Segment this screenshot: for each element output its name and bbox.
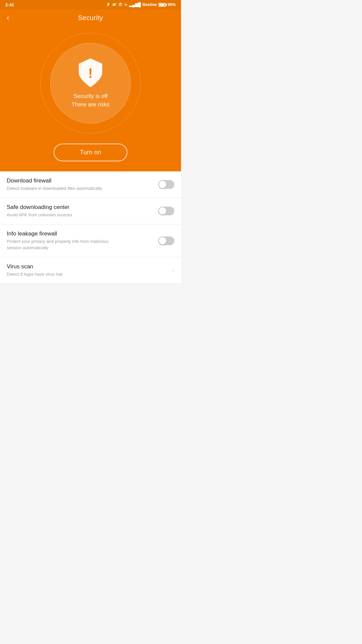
status-icons: ✗ 🔔̸ ⏱ ∿ ▂▄▆█ Beeline 96% (107, 2, 176, 7)
status-bar: 2:41 ✗ 🔔̸ ⏱ ∿ ▂▄▆█ Beeline 96% (0, 0, 181, 9)
svg-text:!: ! (88, 66, 93, 80)
header-section: ‹ Security ! Security is off There are r… (0, 9, 181, 171)
setting-desc-safe-downloading: Avoid APK from unknown sources (7, 212, 121, 218)
setting-virus-scan[interactable]: Virus scan Detect if Apps have virus ris… (0, 257, 181, 284)
bluetooth-icon: ✗ (107, 2, 110, 7)
turn-on-button[interactable]: Turn on (54, 144, 127, 161)
setting-info-leakage: Info leakage firewall Protect your priva… (0, 224, 181, 257)
setting-desc-virus-scan: Detect if Apps have virus risk (7, 271, 121, 277)
setting-desc-download-firewall: Detect malware in downloaded files autom… (7, 185, 121, 192)
wifi-icon: ∿ (124, 2, 127, 7)
inner-ring: ! Security is off There are risks (50, 43, 131, 123)
setting-desc-info-leakage: Protect your privacy and property info f… (7, 238, 121, 251)
battery-icon (159, 3, 166, 7)
shield-container: ! Security is off There are risks (0, 26, 181, 144)
status-time: 2:41 (5, 2, 14, 7)
setting-title-safe-downloading: Safe downloading center (7, 204, 158, 211)
setting-safe-downloading: Safe downloading center Avoid APK from u… (0, 198, 181, 224)
top-bar: ‹ Security (0, 9, 181, 26)
setting-download-firewall: Download firewall Detect malware in down… (0, 171, 181, 198)
carrier-name: Beeline (142, 2, 157, 7)
shield-status: Security is off There are risks (71, 92, 109, 109)
chevron-right-icon: › (172, 267, 174, 274)
signal-icon: ▂▄▆█ (129, 2, 141, 7)
alarm-icon: ⏱ (118, 2, 122, 7)
toggle-safe-downloading[interactable] (158, 207, 174, 215)
back-button[interactable]: ‹ (7, 13, 19, 22)
toggle-download-firewall[interactable] (158, 180, 174, 189)
setting-title-info-leakage: Info leakage firewall (7, 230, 158, 237)
setting-title-virus-scan: Virus scan (7, 263, 172, 270)
setting-title-download-firewall: Download firewall (7, 177, 158, 184)
settings-list: Download firewall Detect malware in down… (0, 171, 181, 284)
page-title: Security (78, 14, 103, 22)
shield-warning-icon: ! (77, 58, 104, 88)
battery-percent: 96% (168, 2, 176, 7)
outer-ring: ! Security is off There are risks (40, 33, 141, 133)
toggle-info-leakage[interactable] (158, 236, 174, 245)
mute-icon: 🔔̸ (112, 2, 117, 7)
